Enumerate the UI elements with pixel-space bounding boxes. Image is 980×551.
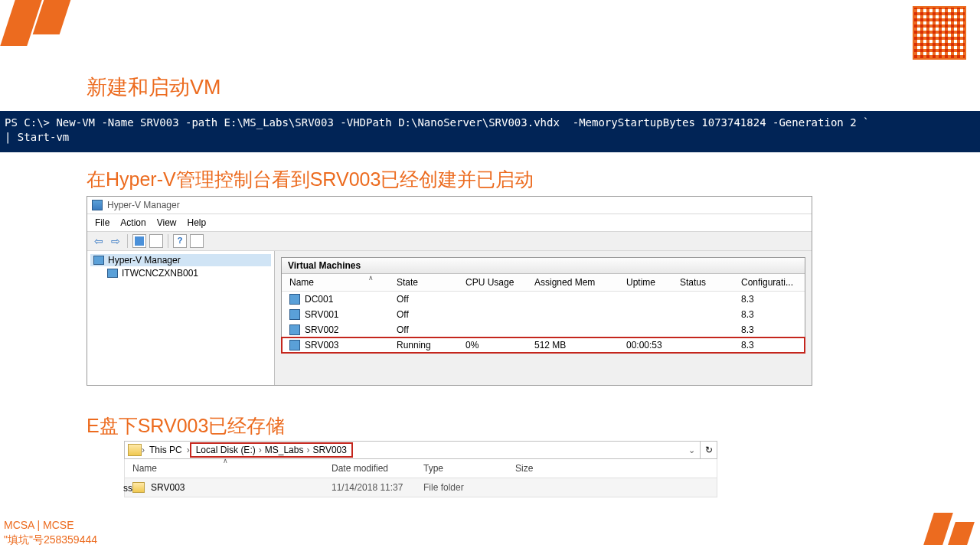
vm-mem [527, 307, 619, 322]
vm-status [672, 337, 733, 353]
toolbar-button-1[interactable] [132, 234, 146, 248]
menu-file[interactable]: File [95, 217, 109, 228]
vm-cpu [458, 292, 527, 308]
chevron-right-icon: › [306, 445, 309, 455]
slide-title-2: 在Hyper-V管理控制台看到SRV003已经创建并已启动 [87, 167, 534, 192]
side-label: ss [123, 483, 132, 494]
vm-cpu [458, 322, 527, 337]
address-bar[interactable]: › This PC › Local Disk (E:) › MS_Labs › … [124, 441, 717, 459]
corner-logo [921, 510, 971, 545]
breadcrumb-highlight: Local Disk (E:) › MS_Labs › SRV003 [190, 442, 353, 458]
col-state[interactable]: State [389, 274, 458, 292]
vm-row[interactable]: SRV001Off8.3 [282, 307, 805, 322]
vm-name-text: SRV001 [305, 309, 338, 320]
toolbar-button-2[interactable] [149, 234, 163, 248]
vm-uptime [619, 292, 672, 308]
footer-line1: MCSA | MCSE [4, 518, 97, 533]
vm-row[interactable]: SRV003Running0%512 MB00:00:538.3 [282, 337, 805, 353]
vm-row[interactable]: DC001Off8.3 [282, 292, 805, 308]
vm-uptime [619, 307, 672, 322]
vm-config: 8.3 [733, 337, 805, 353]
col-date[interactable]: Date modified [324, 459, 416, 478]
vm-icon [289, 294, 300, 305]
file-type: File folder [416, 478, 508, 497]
vm-uptime: 00:00:53 [619, 337, 672, 353]
tree-host-label: ITWCNCZXNB001 [122, 268, 198, 279]
tree-root-label: Hyper-V Manager [108, 255, 181, 266]
vm-state: Running [389, 337, 458, 353]
vm-name-text: SRV002 [305, 324, 338, 335]
file-list-header: ∧ Name Date modified Type Size [125, 459, 717, 478]
crumb-folder1[interactable]: MS_Labs [265, 445, 304, 455]
folder-icon [132, 482, 145, 493]
file-name: SRV003 [151, 482, 185, 493]
vm-cpu [458, 307, 527, 322]
vm-name-text: DC001 [305, 294, 333, 305]
menu-help[interactable]: Help [188, 217, 207, 228]
ps-line1: PS C:\> New-VM -Name SRV003 -path E:\MS_… [5, 116, 869, 129]
tree-pane: Hyper-V Manager ITWCNCZXNB001 [87, 251, 275, 385]
folder-icon [128, 444, 142, 456]
forward-icon[interactable]: ⇨ [109, 234, 122, 248]
vm-mem [527, 322, 619, 337]
col-name[interactable]: Name [282, 274, 389, 292]
footer-line2: "填坑"号258359444 [4, 533, 97, 547]
dropdown-icon[interactable]: ⌄ [684, 445, 700, 455]
vm-uptime [619, 322, 672, 337]
window-title: Hyper-V Manager [107, 200, 180, 210]
qr-code-icon [913, 6, 966, 60]
menu-view[interactable]: View [157, 217, 177, 228]
file-list: ∧ Name Date modified Type Size SRV003 11… [124, 459, 717, 497]
tree-root[interactable]: Hyper-V Manager [90, 254, 271, 266]
col-cpu[interactable]: CPU Usage [458, 274, 527, 292]
vm-status [672, 307, 733, 322]
vm-row[interactable]: SRV002Off8.3 [282, 322, 805, 337]
crumb-thispc[interactable]: This PC [145, 445, 187, 455]
col-uptime[interactable]: Uptime [619, 274, 672, 292]
toolbar: ⇦ ⇨ ? [87, 231, 812, 251]
vm-table: Name State CPU Usage Assigned Mem Uptime… [282, 274, 805, 353]
vm-icon [289, 309, 300, 320]
col-config[interactable]: Configurati... [733, 274, 805, 292]
vm-panel: Virtual Machines Name State CPU Usage As… [281, 257, 805, 354]
window-titlebar: Hyper-V Manager [87, 197, 812, 214]
crumb-disk[interactable]: Local Disk (E:) [196, 445, 256, 455]
hyperv-manager-window: Hyper-V Manager File Action View Help ⇦ … [87, 196, 812, 386]
separator [127, 234, 128, 248]
vm-name-text: SRV003 [305, 340, 338, 350]
slide-title-1: 新建和启动VM [87, 73, 221, 101]
col-type[interactable]: Type [416, 459, 508, 478]
vm-cpu: 0% [458, 337, 527, 353]
vm-icon [289, 340, 300, 350]
vm-mem: 512 MB [527, 337, 619, 353]
col-status[interactable]: Status [672, 274, 733, 292]
main-pane: Virtual Machines Name State CPU Usage As… [275, 251, 812, 385]
col-size[interactable]: Size [508, 459, 569, 478]
file-explorer: › This PC › Local Disk (E:) › MS_Labs › … [124, 441, 717, 497]
ps-line2: | Start-vm [5, 131, 69, 143]
crumb-folder2[interactable]: SRV003 [312, 445, 346, 455]
slide-title-3: E盘下SRV003已经存储 [87, 413, 285, 439]
vm-state: Off [389, 307, 458, 322]
file-row[interactable]: SRV003 11/14/2018 11:37 File folder [125, 478, 717, 497]
sort-caret-icon: ∧ [223, 457, 228, 465]
back-icon[interactable]: ⇦ [92, 234, 106, 248]
vm-status [672, 322, 733, 337]
toolbar-button-3[interactable] [190, 234, 204, 248]
brand-logo [8, 0, 77, 50]
vm-panel-title: Virtual Machines [282, 258, 805, 274]
refresh-icon[interactable]: ↻ [700, 442, 717, 458]
menu-action[interactable]: Action [120, 217, 145, 228]
help-icon[interactable]: ? [173, 234, 187, 248]
chevron-right-icon: › [259, 445, 262, 455]
vm-state: Off [389, 322, 458, 337]
col-mem[interactable]: Assigned Mem [527, 274, 619, 292]
vm-config: 8.3 [733, 322, 805, 337]
separator [168, 234, 168, 248]
vm-state: Off [389, 292, 458, 308]
vm-config: 8.3 [733, 307, 805, 322]
tree-host[interactable]: ITWCNCZXNB001 [90, 267, 271, 279]
vm-config: 8.3 [733, 292, 805, 308]
hyperv-icon [92, 200, 103, 210]
vm-status [672, 292, 733, 308]
